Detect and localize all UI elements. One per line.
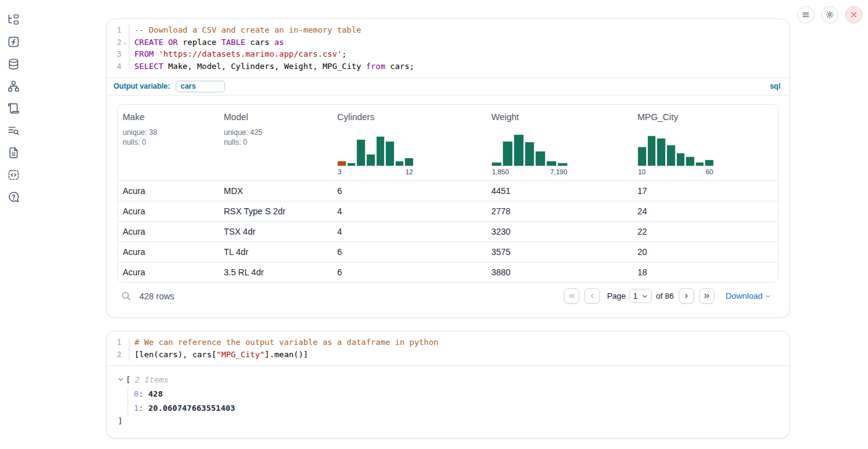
item-index: 0 <box>134 389 139 398</box>
sql-cell: 1-- Download a CSV and create an in-memo… <box>106 18 790 318</box>
fold-chevron-icon[interactable]: ⌄ <box>121 36 129 49</box>
item-value: 428 <box>148 389 162 398</box>
histogram-bar[interactable] <box>557 163 568 166</box>
shutdown-button[interactable] <box>845 6 862 23</box>
dependency-graph-icon[interactable] <box>7 80 20 92</box>
table-header: Makeunique: 38nulls: 0Modelunique: 425nu… <box>118 105 778 180</box>
column-header[interactable]: Weight1,8507,190 <box>486 110 633 180</box>
next-page-button[interactable] <box>679 288 694 304</box>
histogram-bar[interactable] <box>647 136 657 166</box>
histogram-bar[interactable] <box>366 154 375 166</box>
output-variable-input[interactable] <box>176 81 225 92</box>
histogram-bar[interactable] <box>686 156 695 166</box>
code-line[interactable]: 3FROM 'https://datasets.marimo.app/cars.… <box>107 48 789 60</box>
output-variable-label: Output variable: <box>113 82 170 91</box>
column-stat: nulls: 0 <box>224 137 327 148</box>
histogram-bar[interactable] <box>546 161 557 166</box>
column-header[interactable]: Makeunique: 38nulls: 0 <box>118 110 219 180</box>
histogram-bar[interactable] <box>657 138 666 166</box>
page-select[interactable]: 1 <box>629 289 652 303</box>
table-cell: 20 <box>633 247 778 257</box>
output-variable-row: Output variable: sql <box>107 78 789 95</box>
table-row[interactable]: AcuraRSX Type S 2dr4277824 <box>118 201 778 221</box>
column-name: Weight <box>491 112 628 122</box>
code-line[interactable]: 1# We can reference the output variable … <box>107 336 789 349</box>
histogram-bar[interactable] <box>404 158 414 166</box>
documentation-file-icon[interactable] <box>7 147 20 159</box>
sql-editor[interactable]: 1-- Download a CSV and create an in-memo… <box>107 19 789 78</box>
table-cell: 24 <box>633 206 778 216</box>
histogram-bar[interactable] <box>514 134 524 166</box>
histogram-bar[interactable] <box>502 141 513 166</box>
logs-search-icon[interactable] <box>7 124 20 137</box>
download-button[interactable]: Download <box>726 291 771 301</box>
code-line[interactable]: 4SELECT Make, Model, Cylinders, Weight, … <box>107 60 789 73</box>
code-text: [len(cars), cars["MPG_City"].mean()] <box>129 349 789 361</box>
row-count: 428 rows <box>139 291 174 301</box>
table-cell: 3.5 RL 4dr <box>219 267 332 277</box>
table-row[interactable]: AcuraTL 4dr6357520 <box>118 241 778 262</box>
code-text: CREATE OR replace TABLE cars as <box>129 36 789 49</box>
table-cell: 6 <box>332 247 486 257</box>
item-value: 20.060747663551403 <box>148 403 235 413</box>
code-line[interactable]: 1-- Download a CSV and create an in-memo… <box>107 24 789 36</box>
code-line[interactable]: 2⌄CREATE OR replace TABLE cars as <box>107 36 789 49</box>
column-header[interactable]: Cylinders312 <box>332 110 486 180</box>
code-line[interactable]: 2[len(cars), cars["MPG_City"].mean()] <box>107 349 789 361</box>
histogram-bar[interactable] <box>347 163 356 166</box>
first-page-button[interactable] <box>564 288 579 304</box>
table-cell: Acura <box>118 267 219 277</box>
table-footer: 428 rows Page 1 of 86 Download <box>117 283 779 312</box>
column-name: MPG_City <box>637 112 773 122</box>
histogram-bar[interactable] <box>676 153 686 166</box>
line-number: 4 <box>107 60 121 73</box>
histogram-min-label: 1,850 <box>492 168 509 176</box>
table-cell: 2778 <box>486 206 633 216</box>
table-row[interactable]: Acura3.5 RL 4dr6388018 <box>118 262 778 282</box>
prev-page-button[interactable] <box>584 288 600 304</box>
chevron-down-icon <box>765 293 771 299</box>
python-editor[interactable]: 1# We can reference the output variable … <box>107 331 789 365</box>
last-page-button[interactable] <box>699 288 714 304</box>
column-histogram: 312 <box>337 134 414 176</box>
histogram-bar[interactable] <box>385 141 395 166</box>
notebook-menu-button[interactable] <box>797 6 814 23</box>
histogram-bar[interactable] <box>337 161 346 166</box>
histogram-bar[interactable] <box>356 139 366 166</box>
table-row[interactable]: AcuraTSX 4dr4323022 <box>118 221 778 241</box>
histogram-bar[interactable] <box>395 161 404 166</box>
collapse-icon[interactable] <box>118 376 126 382</box>
table-row[interactable]: AcuraMDX6445117 <box>118 180 778 201</box>
histogram-bar[interactable] <box>535 151 546 166</box>
chevron-right-icon <box>682 292 690 300</box>
table-cell: TL 4dr <box>219 247 332 257</box>
file-explorer-icon[interactable] <box>7 14 20 26</box>
variables-function-icon[interactable] <box>7 36 20 48</box>
search-icon[interactable] <box>121 291 131 301</box>
table-cell: Acura <box>118 186 219 196</box>
histogram-bar[interactable] <box>695 162 705 166</box>
python-cell: 1# We can reference the output variable … <box>106 331 790 439</box>
table-cell: 4451 <box>486 186 633 196</box>
settings-button[interactable] <box>821 6 838 23</box>
histogram-bar[interactable] <box>666 145 676 166</box>
help-chat-icon[interactable] <box>7 191 20 203</box>
histogram-bar[interactable] <box>525 142 535 166</box>
column-name: Model <box>224 112 327 122</box>
column-header[interactable]: MPG_City1060 <box>633 110 778 180</box>
histogram-bar[interactable] <box>376 136 385 166</box>
gear-icon <box>825 10 834 19</box>
data-table: Makeunique: 38nulls: 0Modelunique: 425nu… <box>117 104 779 283</box>
output-panel: [ 2 Items 0: 4281: 20.060747663551403 ] <box>107 365 789 427</box>
column-header[interactable]: Modelunique: 425nulls: 0 <box>219 110 332 180</box>
list-output-items: 0: 4281: 20.060747663551403 <box>128 387 789 415</box>
histogram-bar[interactable] <box>637 147 647 166</box>
histogram-bar[interactable] <box>491 162 502 166</box>
scratchpad-scroll-icon[interactable] <box>7 102 20 115</box>
histogram-bar[interactable] <box>705 160 714 166</box>
datasources-database-icon[interactable] <box>7 58 20 70</box>
snippets-code-icon[interactable] <box>7 169 20 181</box>
code-text: -- Download a CSV and create an in-memor… <box>129 24 789 36</box>
table-cell: 3230 <box>486 227 633 237</box>
table-cell: RSX Type S 2dr <box>219 206 332 216</box>
